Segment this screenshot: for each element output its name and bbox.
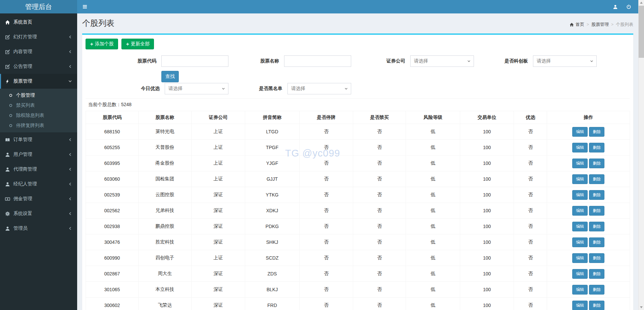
scrollbar-thumb[interactable]	[639, 6, 644, 58]
app-logo[interactable]: 管理后台	[0, 0, 77, 13]
sidebar-item-user[interactable]: 用户管理	[0, 147, 77, 162]
user-icon	[613, 4, 618, 9]
cell-suspended: 否	[299, 187, 353, 203]
scroll-down-arrow-icon[interactable]	[640, 306, 643, 308]
breadcrumb-label: 首页	[576, 21, 584, 28]
toolbar: 添加个股更新全部	[86, 39, 630, 49]
cell-suspended: 否	[299, 282, 353, 298]
cell-actions: 编辑删除	[547, 298, 630, 310]
edit-button[interactable]: 编辑	[572, 301, 588, 310]
delete-button[interactable]: 删除	[589, 159, 604, 168]
breadcrumb-item-stock-management[interactable]: 股票管理	[591, 21, 609, 28]
sidebar-item-settings[interactable]: 系统设置	[0, 206, 77, 221]
select-value: 请选择	[291, 86, 305, 92]
add-stock-button[interactable]: 添加个股	[86, 39, 118, 49]
sidebar-item-order[interactable]: 订单管理	[0, 132, 77, 147]
securities-company-select[interactable]: 请选择	[410, 55, 474, 67]
edit-button[interactable]: 编辑	[572, 127, 588, 137]
edit-button[interactable]: 编辑	[572, 285, 588, 295]
update-all-button[interactable]: 更新全部	[121, 39, 154, 49]
sidebar-item-home[interactable]: 系统首页	[0, 15, 77, 30]
logout-button[interactable]	[622, 0, 635, 13]
cell-suspended: 否	[299, 298, 353, 310]
cell-code: 002938	[86, 219, 139, 234]
edit-button[interactable]: 编辑	[572, 174, 588, 184]
filter-label-stock-code: 股票代码	[106, 58, 161, 64]
cell-pinyin: BLKJ	[245, 282, 299, 298]
cell-suspended: 否	[299, 140, 353, 156]
blacklist-select[interactable]: 请选择	[287, 83, 351, 94]
delete-button[interactable]: 删除	[589, 190, 604, 200]
sidebar-item-slides[interactable]: 幻灯片管理	[0, 30, 77, 44]
cell-preferred: 否	[514, 171, 547, 187]
sidebar-item-label: 系统设置	[13, 211, 68, 217]
chevron-left-icon	[68, 64, 72, 69]
sidebar-item-admin[interactable]: 管理员	[0, 221, 77, 236]
table-row: 300602飞荣达深证FRD否否低100否编辑删除	[86, 298, 630, 310]
sidebar-toggle-button[interactable]	[77, 0, 93, 13]
cell-unit: 100	[460, 156, 514, 171]
page-scrollbar[interactable]	[638, 0, 644, 310]
sidebar-item-content[interactable]: 内容管理	[0, 44, 77, 59]
star-market-select[interactable]: 请选择	[533, 55, 597, 67]
delete-button[interactable]: 删除	[589, 237, 604, 247]
cell-company: 深证	[191, 187, 245, 203]
sidebar-item-broker[interactable]: 经纪人管理	[0, 177, 77, 191]
filter-group-stock-code: 股票代码	[106, 55, 228, 67]
cell-actions: 编辑删除	[547, 234, 630, 250]
user-menu-button[interactable]	[608, 0, 622, 13]
sidebar-item-commission[interactable]: 佣金管理	[0, 191, 77, 206]
sidebar-item-stock[interactable]: 股票管理	[0, 74, 77, 89]
chevron-left-icon	[68, 138, 72, 142]
sidebar-item-announcement[interactable]: 公告管理	[0, 59, 77, 74]
submenu-item-suspension-list[interactable]: 停牌复牌列表	[0, 121, 77, 131]
delete-button[interactable]: 删除	[589, 143, 604, 152]
breadcrumb: 首页>股票管理>个股列表	[570, 21, 633, 28]
cell-preferred: 否	[514, 124, 547, 140]
sidebar-item-agent[interactable]: 代理商管理	[0, 162, 77, 177]
sidebar-item-label: 订单管理	[13, 137, 68, 143]
breadcrumb-separator: >	[611, 22, 613, 27]
cell-suspended: 否	[299, 266, 353, 282]
delete-button[interactable]: 删除	[589, 174, 604, 184]
sidebar-item-label: 经纪人管理	[13, 181, 68, 187]
delete-button[interactable]: 删除	[589, 222, 604, 231]
delete-button[interactable]: 删除	[589, 285, 604, 295]
submenu-item-ban-buy-list[interactable]: 禁买列表	[0, 100, 77, 110]
cell-risk: 低	[406, 156, 460, 171]
search-button[interactable]: 查找	[161, 71, 179, 82]
stock-code-input[interactable]	[161, 55, 228, 67]
delete-button[interactable]: 删除	[589, 301, 604, 310]
edit-button[interactable]: 编辑	[572, 206, 588, 216]
cell-unit: 100	[460, 203, 514, 219]
select-value: 请选择	[168, 86, 182, 92]
edit-button[interactable]: 编辑	[572, 237, 588, 247]
cell-name: 兄弟科技	[139, 203, 191, 219]
content-header: 个股列表 首页>股票管理>个股列表	[77, 13, 638, 34]
submenu-stock: 个股管理禁买列表除权除息列表停牌复牌列表	[0, 89, 77, 132]
edit-button[interactable]: 编辑	[572, 143, 588, 152]
delete-button[interactable]: 删除	[589, 206, 604, 216]
stock-name-input[interactable]	[284, 55, 351, 67]
delete-button[interactable]: 删除	[589, 269, 604, 279]
submenu-item-label: 禁买列表	[16, 102, 35, 108]
table-row: 603060国检集团上证GJJT否否低100否编辑删除	[86, 171, 630, 187]
edit-button[interactable]: 编辑	[572, 253, 588, 263]
money-icon	[5, 196, 10, 202]
today-preferred-select[interactable]: 请选择	[165, 83, 228, 94]
select-value: 请选择	[414, 58, 428, 64]
delete-button[interactable]: 删除	[589, 253, 604, 263]
cell-preferred: 否	[514, 282, 547, 298]
edit-button[interactable]: 编辑	[572, 269, 588, 279]
cell-actions: 编辑删除	[547, 171, 630, 187]
edit-button[interactable]: 编辑	[572, 190, 588, 200]
sidebar-item-label: 内容管理	[13, 49, 68, 55]
submenu-item-stock-list[interactable]: 个股管理	[0, 90, 77, 100]
scroll-up-arrow-icon[interactable]	[640, 2, 643, 4]
breadcrumb-item-home[interactable]: 首页	[570, 21, 584, 28]
submenu-item-ex-rights-list[interactable]: 除权除息列表	[0, 110, 77, 121]
edit-button[interactable]: 编辑	[572, 159, 588, 168]
column-header: 是否停牌	[299, 111, 353, 124]
edit-button[interactable]: 编辑	[572, 222, 588, 231]
delete-button[interactable]: 删除	[589, 127, 604, 137]
